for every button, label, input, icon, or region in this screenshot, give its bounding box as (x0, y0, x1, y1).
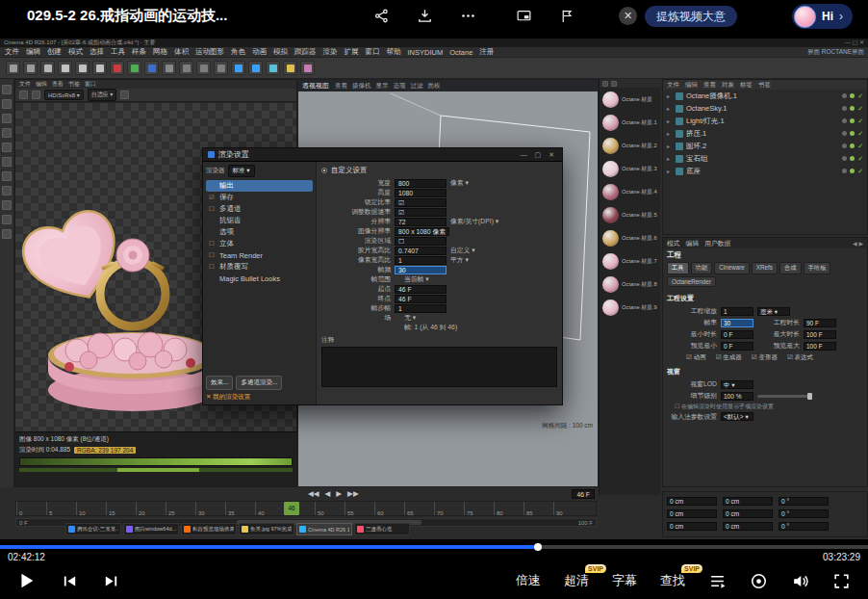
expand-arrow-icon[interactable]: ▸ (667, 168, 673, 174)
attribute-menu-item[interactable]: 模式 (667, 239, 680, 248)
render-view-icon[interactable] (179, 61, 193, 75)
size-input[interactable]: 0 cm (723, 522, 773, 531)
attribute-checkbox[interactable]: ☑ 动画 (686, 353, 706, 362)
radio-icon[interactable] (321, 168, 327, 173)
dialog-window-controls[interactable]: — ▢ ✕ (521, 151, 557, 159)
object-row[interactable]: ▸ Octane摄像机.1 ✓ (663, 90, 867, 102)
render-param-row[interactable]: 锁定比率 ☑ (321, 197, 557, 207)
detail-input[interactable]: 100 % (721, 392, 753, 401)
expand-arrow-icon[interactable]: ▸ (667, 105, 673, 112)
seek-thumb[interactable] (534, 543, 542, 551)
share-icon[interactable] (373, 8, 390, 24)
position-input[interactable]: 0 cm (667, 522, 717, 531)
attribute-tab[interactable]: 手绘板 (804, 262, 831, 274)
keyframe-record-icon[interactable] (396, 490, 403, 498)
taskbar-item[interactable]: Cinema 4D R26 107... (296, 523, 352, 535)
render-dot-icon[interactable] (850, 93, 855, 98)
c4d-menu-item[interactable]: 动画 (252, 47, 267, 57)
render-param-row[interactable]: 起点 46 F (321, 284, 557, 294)
c4d-menu-item[interactable]: 窗口 (366, 47, 380, 57)
quality-button[interactable]: 超清 SVIP (564, 572, 589, 589)
expand-arrow-icon[interactable]: ▸ (667, 155, 673, 162)
layer-icon[interactable] (2, 229, 12, 239)
render-settings-section[interactable]: ☑保存 (206, 192, 313, 203)
object-row[interactable]: ▸ OctaneSky.1 ✓ (663, 102, 867, 115)
picture-viewer-menu-item[interactable]: 编辑 (36, 80, 47, 89)
spline-icon[interactable] (2, 171, 12, 181)
material-filter-icon[interactable] (611, 81, 617, 87)
material-item[interactable]: Octane 材质.8 (600, 273, 660, 296)
material-item[interactable]: Octane 材质.3 (600, 157, 660, 180)
material-item[interactable]: Octane 材质.9 (600, 296, 660, 319)
c4d-menu-item[interactable]: 网格 (153, 47, 167, 57)
attribute-tab[interactable]: 工具 (667, 262, 689, 274)
render-dot-icon[interactable] (850, 156, 855, 161)
undo-icon[interactable] (6, 61, 20, 75)
visibility-dot-icon[interactable] (842, 169, 847, 173)
c4d-menu-item[interactable]: 创建 (47, 47, 62, 57)
c4d-menu-item[interactable]: 模式 (68, 47, 83, 57)
transport-button[interactable]: ▶▶ (347, 489, 359, 498)
project-scale-unit-dropdown[interactable]: 厘米 ▾ (757, 307, 790, 316)
material-item[interactable]: Octane 材质 (600, 88, 660, 111)
render-settings-section[interactable]: ☐立体 (206, 238, 313, 249)
render-settings-section[interactable]: ☐多通道 (206, 203, 313, 215)
current-frame-field[interactable]: 46 F (572, 489, 595, 499)
c4d-menu-item[interactable]: 样条 (132, 47, 146, 57)
report-icon[interactable] (559, 8, 575, 24)
render-settings-section[interactable]: ☐材质覆写 (206, 261, 313, 273)
more-icon[interactable] (460, 8, 476, 24)
subtitle-button[interactable]: 字幕 (612, 572, 637, 589)
expand-arrow-icon[interactable]: ▸ (667, 117, 673, 124)
keyframe-record-icon[interactable] (406, 490, 414, 498)
attribute-input[interactable]: 0 F (721, 330, 753, 339)
render-param-row[interactable]: 图像分辨率 800 x 1080 像素 (321, 226, 557, 236)
transport-button[interactable]: ▶ (336, 489, 342, 498)
coordinate-system-icon[interactable] (162, 61, 176, 75)
object-manager-menu-item[interactable]: 对象 (722, 81, 734, 90)
c4d-menu-item[interactable]: 工具 (111, 47, 125, 57)
attribute-input[interactable]: 30 (721, 319, 753, 327)
visibility-dot-icon[interactable] (842, 93, 847, 98)
expand-arrow-icon[interactable]: ▸ (667, 143, 673, 149)
move-tool-icon[interactable] (2, 99, 12, 109)
c4d-menu-item[interactable]: 模拟 (273, 47, 288, 57)
object-row[interactable]: ▸ 宝石组 ✓ (663, 152, 867, 165)
rotation-input[interactable]: 0 ° (779, 509, 829, 518)
selection-tool-icon[interactable] (2, 85, 12, 94)
histogram-icon[interactable] (120, 91, 129, 99)
render-dot-icon[interactable] (850, 143, 855, 148)
taskbar-item[interactable]: 三漫画心造 (354, 523, 410, 535)
project-scale-input[interactable]: 1 (721, 307, 753, 316)
object-manager-menu-item[interactable]: 文件 (667, 81, 679, 90)
spline-icon[interactable] (248, 61, 263, 75)
select-tool-icon[interactable] (40, 61, 55, 75)
material-item[interactable]: Octane 材质.5 (600, 203, 660, 226)
render-param-row[interactable]: 高度 1080 (321, 188, 557, 197)
render-dot-icon[interactable] (850, 118, 855, 123)
c4d-menu-item[interactable]: 体积 (174, 47, 189, 57)
render-param-row[interactable]: 帧频 30 (321, 265, 557, 274)
position-input[interactable]: 0 cm (667, 509, 717, 518)
expand-arrow-icon[interactable]: ▸ (667, 92, 673, 99)
enabled-check-icon[interactable]: ✓ (857, 143, 863, 150)
attribute-menu-item[interactable]: 编辑 (686, 239, 700, 248)
object-manager-menu-item[interactable]: 编辑 (685, 81, 698, 90)
object-manager-menu-item[interactable]: 标签 (740, 81, 753, 90)
axis-z-icon[interactable] (144, 61, 159, 75)
render-dot-icon[interactable] (850, 131, 855, 136)
render-dot-icon[interactable] (850, 169, 855, 173)
rotate-tool-icon[interactable] (92, 61, 107, 75)
transport-button[interactable]: ◀ (325, 489, 331, 498)
previous-icon[interactable] (62, 573, 78, 589)
c4d-menu-item[interactable]: 扩展 (345, 47, 359, 57)
attribute-tab[interactable]: 合成 (779, 262, 802, 274)
download-icon[interactable] (417, 8, 433, 24)
picture-viewer-menu-item[interactable]: 窗口 (85, 80, 96, 89)
visibility-dot-icon[interactable] (842, 131, 847, 136)
volume-icon[interactable] (791, 572, 809, 590)
viewport-menu-item[interactable]: 选项 (394, 82, 406, 91)
picture-viewer-menu-item[interactable]: 书签 (68, 80, 80, 89)
axis-x-icon[interactable] (110, 61, 124, 75)
attribute-input[interactable]: 0 F (721, 342, 753, 351)
